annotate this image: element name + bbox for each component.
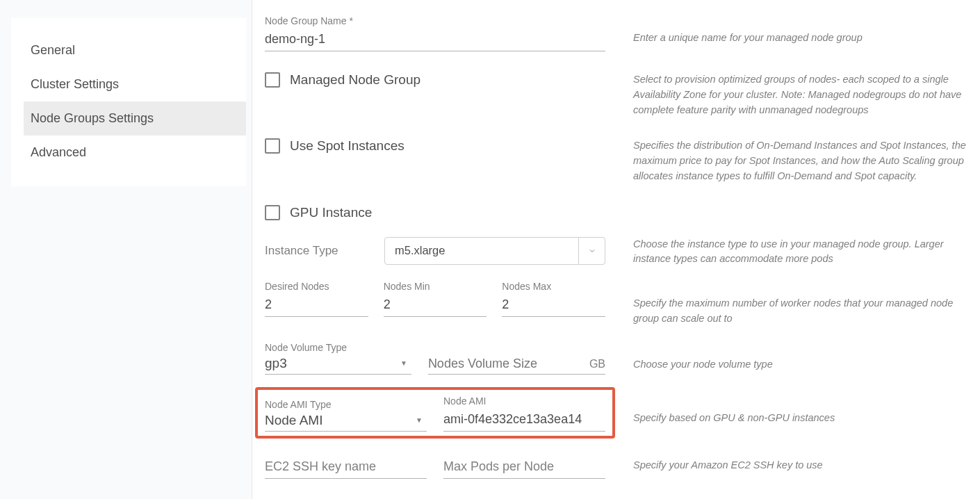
sidebar-item-cluster-settings[interactable]: Cluster Settings [24, 67, 246, 101]
managed-node-group-label: Managed Node Group [290, 72, 420, 88]
volume-type-value: gp3 [265, 356, 400, 371]
volume-type-select[interactable]: gp3 ▼ [265, 356, 411, 375]
chevron-down-icon [578, 238, 605, 264]
help-node-group-name: Enter a unique name for your managed nod… [605, 15, 967, 46]
node-ami-type-select[interactable]: Node AMI ▼ [265, 413, 427, 432]
managed-node-group-checkbox[interactable] [265, 72, 280, 88]
node-ami-type-value: Node AMI [265, 413, 416, 428]
sidebar: General Cluster Settings Node Groups Set… [11, 18, 246, 186]
help-nodes-max: Specify the maximum number of worker nod… [605, 281, 967, 327]
nodes-min-input[interactable] [384, 295, 487, 317]
help-node-ami: Specify based on GPU & non-GPU instances [605, 395, 967, 426]
instance-type-value: m5.xlarge [385, 244, 578, 257]
help-managed-node-group: Select to provision optimized groups of … [605, 72, 967, 117]
main-content: Node Group Name * Enter a unique name fo… [252, 0, 980, 499]
caret-down-icon: ▼ [416, 416, 427, 424]
desired-nodes-input[interactable] [265, 295, 368, 317]
help-ssh-key: Specify your Amazon EC2 SSH key to use [605, 455, 967, 473]
use-spot-checkbox[interactable] [265, 138, 280, 154]
desired-nodes-label: Desired Nodes [265, 281, 368, 292]
node-group-name-label: Node Group Name * [265, 15, 605, 26]
volume-size-field[interactable]: GB [428, 357, 605, 375]
instance-type-select[interactable]: m5.xlarge [384, 237, 605, 265]
node-group-name-input[interactable] [265, 29, 605, 51]
volume-type-label: Node Volume Type [265, 342, 411, 353]
help-use-spot: Specifies the distribution of On-Demand … [605, 138, 967, 183]
app-root: General Cluster Settings Node Groups Set… [0, 0, 980, 499]
node-ami-type-label: Node AMI Type [265, 399, 427, 410]
sidebar-wrap: General Cluster Settings Node Groups Set… [0, 0, 252, 499]
gpu-instance-label: GPU Instance [290, 205, 372, 220]
sidebar-item-advanced[interactable]: Advanced [24, 136, 246, 170]
use-spot-label: Use Spot Instances [290, 138, 405, 154]
sidebar-item-node-groups-settings[interactable]: Node Groups Settings [24, 101, 246, 136]
node-ami-label: Node AMI [443, 395, 605, 407]
instance-type-label: Instance Type [265, 244, 384, 258]
nodes-max-input[interactable] [502, 295, 605, 317]
volume-size-unit: GB [589, 358, 605, 370]
ssh-key-input[interactable] [265, 455, 427, 479]
nodes-min-label: Nodes Min [384, 281, 487, 292]
caret-down-icon: ▼ [400, 359, 411, 367]
gpu-instance-checkbox[interactable] [265, 205, 280, 220]
help-volume-type: Choose your node volume type [605, 342, 967, 373]
max-pods-input[interactable] [443, 455, 605, 479]
volume-size-input[interactable] [428, 357, 589, 371]
nodes-max-label: Nodes Max [502, 281, 605, 292]
node-ami-input[interactable] [443, 409, 605, 432]
sidebar-item-general[interactable]: General [24, 33, 246, 67]
help-instance-type: Choose the instance type to use in your … [605, 237, 967, 268]
